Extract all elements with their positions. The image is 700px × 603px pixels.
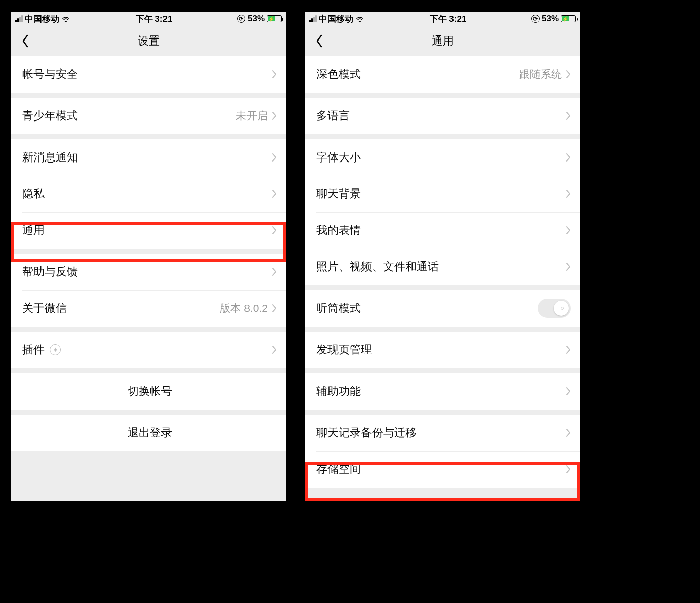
row-value: 版本 8.0.2	[220, 301, 268, 315]
chevron-right-icon	[566, 428, 571, 437]
status-bar: 中国移动 下午 3:21 ⟳ 53% ⚡	[305, 12, 580, 26]
row-label: 发现页管理	[316, 342, 372, 357]
page-title: 通用	[432, 33, 454, 49]
battery-percent: 53%	[542, 14, 559, 24]
chevron-right-icon	[272, 304, 277, 313]
chevron-right-icon	[566, 465, 571, 474]
screenshot-general: 中国移动 下午 3:21 ⟳ 53% ⚡ 通用 深色模式 跟随系统	[305, 12, 580, 501]
wifi-icon	[355, 15, 364, 22]
toggle-switch[interactable]	[538, 299, 571, 318]
row-help[interactable]: 帮助与反馈	[11, 254, 286, 290]
battery-icon: ⚡	[561, 15, 576, 22]
nav-bar: 通用	[305, 26, 580, 56]
chevron-right-icon	[566, 345, 571, 354]
chevron-right-icon	[272, 345, 277, 354]
screenshot-settings: 中国移动 下午 3:21 ⟳ 53% ⚡ 设置 帐号与安全	[11, 12, 286, 501]
nav-bar: 设置	[11, 26, 286, 56]
row-label: 隐私	[22, 186, 45, 202]
row-label: 字体大小	[316, 150, 361, 165]
battery-percent: 53%	[248, 14, 265, 24]
row-value: 跟随系统	[519, 67, 562, 82]
chevron-right-icon	[272, 111, 277, 120]
carrier-label: 中国移动	[25, 13, 59, 25]
row-label: 存储空间	[316, 462, 361, 477]
back-button[interactable]	[308, 26, 331, 56]
chevron-right-icon	[272, 153, 277, 162]
row-my-stickers[interactable]: 我的表情	[305, 212, 580, 249]
row-label: 关于微信	[22, 301, 67, 316]
row-label: 辅助功能	[316, 384, 361, 399]
chevron-right-icon	[566, 111, 571, 120]
row-plugins[interactable]: 插件 ✦	[11, 332, 286, 368]
row-discover[interactable]: 发现页管理	[305, 332, 580, 368]
plugin-icon: ✦	[50, 344, 61, 355]
row-label: 通用	[22, 223, 45, 238]
chevron-right-icon	[272, 189, 277, 198]
row-logout[interactable]: 退出登录	[11, 415, 286, 451]
row-accessibility[interactable]: 辅助功能	[305, 373, 580, 410]
row-label: 帮助与反馈	[22, 264, 78, 279]
sync-icon: ⟳	[531, 15, 540, 23]
chevron-right-icon	[566, 70, 571, 79]
row-label: 照片、视频、文件和通话	[316, 259, 439, 274]
row-chat-bg[interactable]: 聊天背景	[305, 176, 580, 212]
row-font-size[interactable]: 字体大小	[305, 139, 580, 176]
clock-label: 下午 3:21	[136, 13, 173, 25]
row-general[interactable]: 通用	[11, 212, 286, 249]
sync-icon: ⟳	[237, 15, 245, 23]
page-title: 设置	[138, 33, 160, 49]
carrier-label: 中国移动	[319, 13, 353, 25]
row-storage[interactable]: 存储空间	[305, 451, 580, 488]
row-privacy[interactable]: 隐私	[11, 176, 286, 212]
battery-icon: ⚡	[267, 15, 282, 22]
chevron-right-icon	[566, 262, 571, 271]
row-youth-mode[interactable]: 青少年模式 未开启	[11, 98, 286, 134]
row-label: 聊天背景	[316, 186, 361, 202]
chevron-right-icon	[566, 387, 571, 396]
row-label: 退出登录	[128, 425, 172, 440]
chevron-right-icon	[566, 189, 571, 198]
row-new-message[interactable]: 新消息通知	[11, 139, 286, 176]
row-label: 聊天记录备份与迁移	[316, 425, 417, 440]
chevron-right-icon	[272, 70, 277, 79]
row-label: 听筒模式	[316, 301, 361, 316]
row-dark-mode[interactable]: 深色模式 跟随系统	[305, 56, 580, 93]
row-language[interactable]: 多语言	[305, 98, 580, 134]
row-label: 插件	[22, 342, 45, 357]
row-earpiece-mode[interactable]: 听筒模式	[305, 290, 580, 327]
row-label: 多语言	[316, 108, 350, 124]
row-label: 深色模式	[316, 67, 361, 82]
row-value: 未开启	[236, 109, 268, 123]
row-account-security[interactable]: 帐号与安全	[11, 56, 286, 93]
status-bar: 中国移动 下午 3:21 ⟳ 53% ⚡	[11, 12, 286, 26]
chevron-right-icon	[272, 267, 277, 276]
signal-icon	[309, 15, 317, 22]
row-media-files[interactable]: 照片、视频、文件和通话	[305, 249, 580, 285]
chevron-right-icon	[566, 153, 571, 162]
clock-label: 下午 3:21	[430, 13, 467, 25]
row-label: 新消息通知	[22, 150, 78, 165]
row-label: 切换帐号	[128, 384, 172, 399]
row-label: 青少年模式	[22, 108, 78, 124]
row-label: 我的表情	[316, 223, 361, 238]
wifi-icon	[61, 15, 70, 22]
back-button[interactable]	[14, 26, 36, 56]
row-label: 帐号与安全	[22, 67, 78, 82]
signal-icon	[15, 15, 23, 22]
row-about[interactable]: 关于微信 版本 8.0.2	[11, 290, 286, 327]
chevron-right-icon	[272, 226, 277, 235]
chevron-right-icon	[566, 226, 571, 235]
row-switch-account[interactable]: 切换帐号	[11, 373, 286, 410]
row-chat-backup[interactable]: 聊天记录备份与迁移	[305, 415, 580, 451]
